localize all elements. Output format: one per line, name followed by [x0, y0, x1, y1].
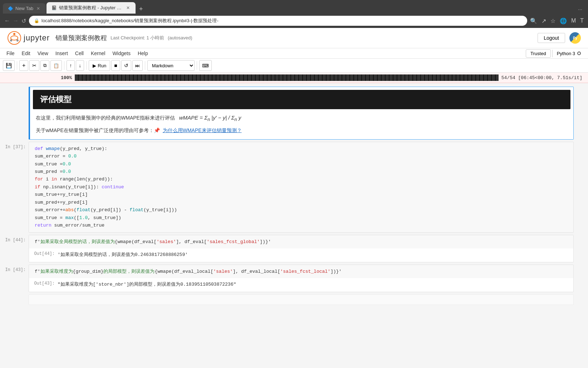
- extension-2-icon[interactable]: M: [571, 18, 576, 24]
- tab-favicon-2: 📓: [52, 5, 57, 10]
- stop-button[interactable]: ■: [111, 60, 120, 71]
- code-line-1: def wmape(y_pred, y_true):: [35, 145, 568, 152]
- fast-forward-button[interactable]: ⏭: [132, 60, 143, 71]
- menu-cell[interactable]: Cell: [72, 49, 87, 58]
- add-cell-button[interactable]: +: [19, 60, 28, 71]
- logout-button[interactable]: Logout: [538, 33, 565, 43]
- jupyter-logo: jupyter: [7, 31, 50, 45]
- markdown-cell: 评估模型 在这里，我们利用销量预测中的经典的WMAPE指标来进行评估 wMAPE…: [0, 87, 588, 140]
- tab-favicon-1: 🔷: [8, 6, 13, 11]
- kernel-name: Python 3: [557, 51, 575, 56]
- browser-tab-active[interactable]: 📓 销量预测案例教程 - Jupyter No... ✕: [46, 2, 136, 14]
- code-area-43: f'如果采取维度为{group_dim}的局部模型，则误差值为{wmape(df…: [29, 265, 573, 278]
- cell-type-select[interactable]: Markdown Code Raw NBConvert: [147, 60, 195, 71]
- progress-percent: 100%: [61, 75, 72, 81]
- kernel-status-dot: [577, 52, 581, 55]
- progress-stats: 54/54 [06:45<00:00, 7.51s/it]: [501, 75, 582, 81]
- menu-help[interactable]: Help: [134, 49, 152, 58]
- code-line-5: for i in range(len(y_pred)):: [35, 175, 568, 183]
- new-tab-button[interactable]: +: [136, 4, 146, 14]
- menu-edit[interactable]: Edit: [18, 49, 34, 58]
- restart-button[interactable]: ↺: [121, 60, 131, 71]
- code-line-3: sum_true =0.0: [35, 160, 568, 168]
- tab-label-2: 销量预测案例教程 - Jupyter No...: [59, 5, 123, 11]
- tab-close-1[interactable]: ✕: [36, 6, 41, 11]
- cell-label-empty: [0, 87, 29, 140]
- code-area-37: def wmape(y_pred, y_true): sum_error = 0…: [29, 142, 573, 232]
- copy-cell-button[interactable]: ⧉: [40, 60, 49, 71]
- code-line-11: return sum_error/sum_true: [35, 222, 568, 229]
- output-44: '如果采取全局模型的话，则误差值为0.2463817268886259': [58, 250, 193, 261]
- run-icon: ▶: [93, 63, 96, 68]
- menu-widgets[interactable]: Widgets: [109, 49, 134, 58]
- cell-header-text: 评估模型: [40, 95, 72, 104]
- toolbar-separator-5: [197, 61, 197, 70]
- toolbar: 💾 + ✂ ⧉ 📋 ↑ ↓ ▶ Run ■ ↺ ⏭ Markdown Code …: [0, 59, 588, 73]
- extension-1-icon[interactable]: 🌐: [560, 18, 567, 24]
- code-line-2: sum_error = 0.0: [35, 152, 568, 160]
- code-line-10: sum_true = max([1.0, sum_true]): [35, 214, 568, 222]
- save-button[interactable]: 💾: [3, 60, 15, 71]
- cell-markdown-header-block: 评估模型: [33, 90, 570, 109]
- output-43: "如果采取维度为['store_nbr']的局部模型，则误差值为0.183951…: [58, 280, 242, 290]
- tab-label-1: New Tab: [15, 6, 33, 11]
- code-line-6: if np.isnan(y_true[i]): continue: [35, 183, 568, 191]
- code-line-8: sum_pred+=y_pred[i]: [35, 199, 568, 206]
- progress-bar: [75, 74, 499, 81]
- browser-tabs-bar: 🔷 New Tab ✕ 📓 销量预测案例教程 - Jupyter No... ✕…: [0, 0, 588, 14]
- svg-point-1: [11, 36, 18, 40]
- cell-in-label-37: In [37]:: [0, 142, 29, 233]
- cut-cell-button[interactable]: ✂: [29, 60, 39, 71]
- cell-in-label-44: In [44]:: [0, 235, 29, 262]
- cells-container: 评估模型 在这里，我们利用销量预测中的经典的WMAPE指标来进行评估 wMAPE…: [0, 83, 588, 309]
- address-bar[interactable]: 🔒 localhost:8888/notebooks/kaggle_notebo…: [29, 16, 527, 26]
- code-cell-43-content[interactable]: f'如果采取维度为{group_dim}的局部模型，则误差值为{wmape(df…: [29, 265, 574, 292]
- jupyter-logo-icon: [7, 31, 21, 45]
- svg-point-2: [13, 33, 15, 35]
- code-cell-44-content[interactable]: f'如果采取全局模型的话，则误差值为{wmape(df_eval['sales'…: [29, 235, 574, 262]
- menu-insert[interactable]: Insert: [52, 49, 72, 58]
- move-down-button[interactable]: ↓: [76, 60, 84, 71]
- notebook-title: 销量预测案例教程: [55, 34, 107, 42]
- keyboard-shortcuts-button[interactable]: ⌨: [199, 60, 212, 71]
- code-cell-37: In [37]: def wmape(y_pred, y_true): sum_…: [0, 142, 588, 233]
- extension-3-icon[interactable]: T: [580, 18, 584, 24]
- move-up-button[interactable]: ↑: [67, 60, 75, 71]
- python-logo: Py: [569, 32, 581, 44]
- code-cell-37-content[interactable]: def wmape(y_pred, y_true): sum_error = 0…: [29, 142, 574, 233]
- wmape-link[interactable]: 为什么用WMAPE来评估销量预测？: [163, 127, 242, 133]
- code-line-9: sum_error+=abs(float(y_pred[i]) - float(…: [35, 206, 568, 214]
- out-label-43: Out[43]: "如果采取维度为['store_nbr']的局部模型，则误差值…: [29, 278, 573, 292]
- run-button[interactable]: ▶ Run: [89, 60, 110, 71]
- refresh-button[interactable]: ↺: [21, 18, 26, 24]
- code-cell-partial: [0, 294, 588, 305]
- markdown-cell-content[interactable]: 评估模型 在这里，我们利用销量预测中的经典的WMAPE指标来进行评估 wMAPE…: [29, 87, 574, 140]
- toolbar-separator-2: [64, 61, 64, 70]
- kernel-info: Python 3: [552, 50, 585, 57]
- checkpoint-info: Last Checkpoint: 1 小時前 (autosaved): [111, 35, 192, 41]
- code-cell-44: In [44]: f'如果采取全局模型的话，则误差值为{wmape(df_eva…: [0, 235, 588, 262]
- forward-button[interactable]: →: [13, 18, 19, 24]
- menu-file[interactable]: File: [3, 49, 18, 58]
- menu-kernel[interactable]: Kernel: [87, 49, 109, 58]
- zoom-icon[interactable]: 🔍: [530, 18, 537, 24]
- cell-markdown-body: 在这里，我们利用销量预测中的经典的WMAPE指标来进行评估 wMAPE = Σn…: [30, 109, 573, 136]
- tab-close-2[interactable]: ✕: [126, 5, 131, 10]
- menu-view[interactable]: View: [34, 49, 52, 58]
- paste-cell-button[interactable]: 📋: [50, 60, 62, 71]
- back-button[interactable]: ←: [4, 18, 10, 24]
- toolbar-separator-3: [86, 61, 87, 70]
- share-icon[interactable]: ↗: [542, 18, 546, 24]
- bookmark-icon[interactable]: ☆: [550, 18, 555, 24]
- cell-body-line1: 在这里，我们利用销量预测中的经典的WMAPE指标来进行评估 wMAPE = Σn…: [36, 113, 568, 124]
- jupyter-wordmark: jupyter: [24, 33, 50, 43]
- progress-area: 100% 54/54 [06:45<00:00, 7.51s/it]: [0, 73, 588, 83]
- svg-point-3: [16, 39, 19, 42]
- code-cell-43: In [43]: f'如果采取维度为{group_dim}的局部模型，则误差值为…: [0, 265, 588, 292]
- cell-body-line2: 关于wMAPE在销量预测中被广泛使用的理由可参考：📌 为什么用WMAPE来评估销…: [36, 126, 568, 135]
- browser-tab-inactive[interactable]: 🔷 New Tab ✕: [3, 3, 46, 14]
- code-line-4: sum_pred =0.0: [35, 168, 568, 175]
- window-controls: ⋯: [575, 6, 585, 14]
- trusted-button[interactable]: Trusted: [526, 49, 551, 58]
- browser-action-icons: 🔍 ↗ ☆ 🌐 M T: [530, 18, 584, 24]
